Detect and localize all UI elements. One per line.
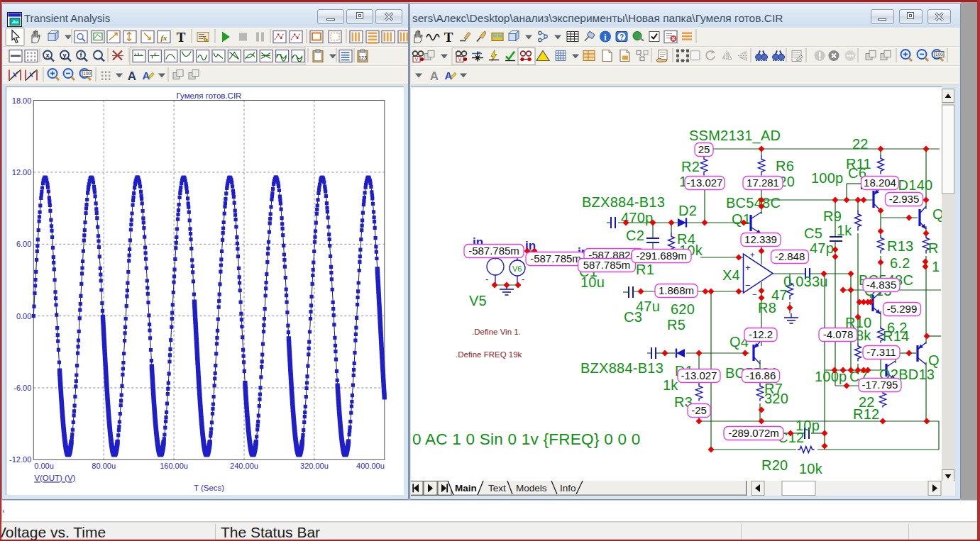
svg-text:240.00u: 240.00u (230, 462, 258, 470)
svg-text:10k: 10k (799, 461, 823, 476)
svg-text:18.204: 18.204 (864, 177, 896, 189)
svg-text:1k: 1k (837, 223, 852, 238)
svg-text:C2: C2 (626, 228, 644, 243)
svg-text:400.00u: 400.00u (356, 462, 385, 470)
svg-text:R6: R6 (776, 158, 794, 174)
svg-text:10u: 10u (580, 274, 605, 290)
svg-text:-4.078: -4.078 (823, 328, 854, 340)
svg-text:0.00u: 0.00u (34, 462, 54, 470)
svg-text:160.00u: 160.00u (160, 462, 188, 470)
svg-text:-6.00: -6.00 (13, 384, 31, 392)
svg-text:-: - (522, 274, 524, 284)
svg-text:320.00u: 320.00u (300, 462, 329, 470)
svg-text:-289.072m: -289.072m (728, 427, 779, 439)
svg-text:T (Secs): T (Secs) (194, 484, 224, 492)
svg-text:?: ? (620, 33, 624, 41)
svg-text:V5: V5 (469, 293, 487, 308)
svg-text:-16.86: -16.86 (746, 369, 776, 381)
svg-text:0.00: 0.00 (16, 312, 31, 320)
svg-text:T: T (444, 30, 453, 45)
svg-text:V: V (458, 57, 462, 62)
svg-text:SSM2131_AD: SSM2131_AD (689, 128, 781, 144)
svg-text:V(OUT) (V): V(OUT) (V) (34, 474, 75, 482)
svg-text:-587.785m: -587.785m (530, 252, 581, 264)
svg-text:100p: 100p (811, 170, 844, 186)
svg-text:R8: R8 (758, 300, 776, 316)
svg-text:12.00: 12.00 (12, 168, 32, 177)
svg-text:BC548C: BC548C (726, 195, 781, 211)
svg-text:6.2: 6.2 (890, 255, 910, 271)
svg-text:A: A (430, 69, 439, 83)
svg-text:-12.00: -12.00 (9, 455, 31, 464)
svg-text:8k: 8k (856, 328, 871, 343)
svg-text:0.033u: 0.033u (783, 274, 828, 289)
svg-text:Models: Models (516, 483, 547, 493)
svg-text:47p: 47p (810, 240, 834, 256)
svg-text:R9: R9 (823, 208, 842, 224)
svg-text:80.00u: 80.00u (92, 462, 116, 470)
svg-text:C3: C3 (624, 309, 642, 325)
svg-text:V: V (415, 57, 419, 62)
svg-text:18.00: 18.00 (12, 96, 32, 105)
svg-text:-17.795: -17.795 (862, 379, 898, 391)
svg-text:Гумеля готов.CIR: Гумеля готов.CIR (177, 91, 242, 100)
svg-text:-12.2: -12.2 (749, 328, 773, 340)
svg-text:A: A (128, 69, 136, 83)
svg-text:−: − (745, 280, 751, 291)
svg-text:R20: R20 (761, 457, 788, 473)
svg-text:fx: fx (160, 33, 167, 42)
svg-text:R: R (928, 240, 939, 256)
svg-text:17.281: 17.281 (747, 177, 779, 189)
svg-text:BZX884-B13: BZX884-B13 (582, 194, 665, 210)
svg-text:Q1: Q1 (732, 211, 751, 227)
svg-text:1: 1 (932, 259, 940, 274)
svg-text:Q: Q (928, 352, 940, 368)
svg-text:123: 123 (358, 55, 367, 60)
svg-text:R2: R2 (681, 159, 700, 174)
svg-text:-587.785m: -587.785m (468, 245, 519, 257)
svg-text:+: + (750, 250, 754, 259)
svg-text:100: 100 (83, 71, 91, 76)
svg-text:-13.027: -13.027 (687, 177, 723, 189)
svg-text:12.339: 12.339 (744, 233, 777, 245)
svg-text:-13.027: -13.027 (681, 369, 717, 381)
svg-text:587.785m: 587.785m (583, 259, 631, 271)
svg-text:R13: R13 (887, 238, 913, 254)
svg-text:-2.935: -2.935 (889, 193, 920, 205)
svg-text:−: − (752, 290, 756, 299)
svg-text:.Define FREQ 19k: .Define FREQ 19k (456, 350, 522, 359)
svg-text:22: 22 (852, 136, 869, 152)
svg-text:620: 620 (671, 301, 695, 317)
svg-text:-25: -25 (691, 404, 707, 416)
svg-text:X4: X4 (722, 267, 740, 283)
svg-text:Q: Q (932, 206, 942, 222)
svg-text:.Define Vin 1.: .Define Vin 1. (472, 328, 521, 336)
svg-text:320: 320 (764, 391, 788, 406)
svg-text:V6: V6 (512, 264, 522, 273)
svg-text:-4.835: -4.835 (866, 279, 897, 291)
svg-text:+: + (745, 262, 751, 273)
svg-text:Text: Text (488, 483, 506, 493)
svg-text:100: 100 (935, 52, 943, 57)
svg-text:Info: Info (560, 483, 576, 493)
svg-text:C5: C5 (804, 225, 822, 241)
svg-text:x: x (45, 52, 49, 59)
svg-text:R12: R12 (853, 406, 879, 422)
svg-text:6.00: 6.00 (16, 240, 31, 248)
svg-text:-7.311: -7.311 (866, 346, 896, 358)
svg-text:R14: R14 (883, 328, 909, 344)
svg-text:-5.299: -5.299 (887, 303, 918, 315)
svg-text:T: T (177, 30, 186, 45)
svg-text:Main: Main (455, 483, 477, 493)
svg-text:1.868m: 1.868m (659, 284, 694, 296)
svg-text:BZX884-B13: BZX884-B13 (580, 360, 664, 376)
svg-text:0 AC 1 0 Sin 0 1v {FREQ} 0 0 0: 0 AC 1 0 Sin 0 1v {FREQ} 0 0 0 (412, 430, 640, 448)
svg-text:-291.689m: -291.689m (636, 250, 687, 262)
svg-text:-2.848: -2.848 (775, 250, 805, 262)
svg-text:1k: 1k (663, 377, 678, 393)
svg-text:D2: D2 (678, 203, 697, 218)
svg-text:R1: R1 (636, 262, 654, 277)
svg-text:-: - (485, 274, 488, 284)
svg-text:R5: R5 (667, 317, 686, 333)
svg-text:A: A (143, 69, 150, 82)
